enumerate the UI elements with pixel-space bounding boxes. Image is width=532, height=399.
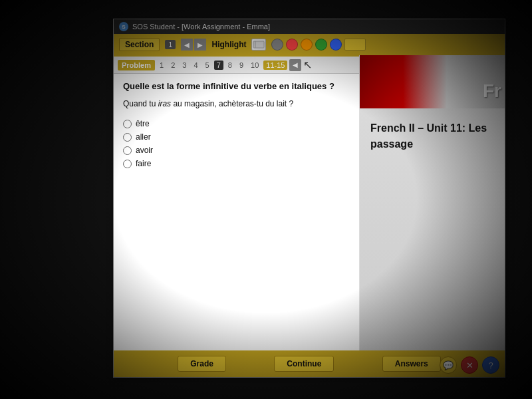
option-aller[interactable]: aller: [123, 132, 350, 142]
color-swatches: [271, 39, 366, 51]
grade-button[interactable]: Grade: [178, 356, 226, 372]
help-button[interactable]: ?: [482, 356, 499, 374]
color-orange[interactable]: [301, 39, 313, 51]
italic-word: iras: [158, 99, 171, 108]
prob-4[interactable]: 4: [191, 61, 200, 70]
question-text: Quelle est la forme infinitive du verbe …: [123, 80, 350, 92]
prob-9[interactable]: 9: [237, 61, 246, 70]
highlight-label: Highlight: [211, 40, 246, 49]
next-arrow[interactable]: ▶: [194, 39, 206, 51]
passage-word: passage: [365, 138, 499, 150]
problem-label: Problem: [118, 60, 155, 70]
radio-aller[interactable]: [123, 133, 132, 142]
option-aller-label: aller: [136, 132, 151, 142]
section-number: 1: [165, 40, 176, 49]
radio-faire[interactable]: [123, 160, 132, 168]
color-red[interactable]: [286, 39, 298, 51]
main-window: S SOS Student - [Work Assignment - Emma]…: [113, 19, 505, 378]
french-image: Fr French II – Unit 11: Les passage: [360, 55, 505, 350]
option-etre-label: être: [136, 119, 150, 128]
problem-nav: Problem 1 2 3 4 5 7 8 9 10 11-15 ◀ ↖: [114, 55, 359, 74]
prob-10[interactable]: 10: [248, 61, 261, 70]
prob-nav-prev[interactable]: ◀: [289, 59, 301, 71]
window-title: SOS Student - [Work Assignment - Emma]: [132, 23, 270, 31]
prob-5[interactable]: 5: [203, 61, 212, 70]
prob-7[interactable]: 7: [214, 61, 223, 70]
question-content: Quelle est la forme infinitive du verbe …: [114, 74, 359, 175]
option-faire[interactable]: faire: [123, 159, 350, 168]
prob-1[interactable]: 1: [157, 61, 166, 70]
answers-button[interactable]: Answers: [382, 356, 441, 372]
section-button[interactable]: Section: [119, 38, 160, 51]
option-faire-label: faire: [136, 159, 151, 168]
left-panel: Problem 1 2 3 4 5 7 8 9 10 11-15 ◀ ↖ Que…: [114, 55, 360, 350]
option-avoir[interactable]: avoir: [123, 146, 350, 155]
title-bar: S SOS Student - [Work Assignment - Emma]: [114, 19, 505, 34]
radio-avoir[interactable]: [123, 146, 132, 155]
option-avoir-label: avoir: [136, 146, 153, 155]
color-green[interactable]: [315, 39, 327, 51]
nav-arrows: ◀ ▶: [181, 39, 206, 51]
prob-8[interactable]: 8: [225, 61, 235, 70]
app-icon: S: [119, 22, 128, 31]
cursor-icon: ↖: [303, 59, 312, 71]
chat-button[interactable]: 💬: [440, 356, 457, 374]
prob-11-15[interactable]: 11-15: [263, 61, 287, 70]
sentence-text: Quand tu iras au magasin, achèteras-tu d…: [123, 98, 350, 110]
right-panel: Fr French II – Unit 11: Les passage: [360, 55, 505, 350]
bottom-bar: Grade Continue Answers 💬 ✕ ?: [114, 350, 505, 377]
color-gray[interactable]: [271, 39, 283, 51]
content-area: Problem 1 2 3 4 5 7 8 9 10 11-15 ◀ ↖ Que…: [114, 55, 505, 350]
chat-icons: 💬 ✕ ?: [440, 356, 499, 374]
prob-3[interactable]: 3: [180, 61, 189, 70]
highlight-eraser[interactable]: [251, 39, 266, 51]
image-text: Fr: [483, 80, 501, 102]
prob-2[interactable]: 2: [168, 61, 178, 70]
options-list: être aller avoir faire: [123, 119, 350, 168]
continue-button[interactable]: Continue: [274, 356, 334, 372]
color-blue[interactable]: [330, 39, 342, 51]
color-yellow-rect[interactable]: [344, 39, 366, 51]
prev-arrow[interactable]: ◀: [181, 39, 193, 51]
image-top: Fr: [360, 55, 505, 108]
close-button[interactable]: ✕: [461, 356, 478, 374]
option-etre[interactable]: être: [123, 119, 350, 128]
svg-rect-0: [253, 41, 264, 48]
french-title: French II – Unit 11: Les: [365, 115, 499, 138]
image-content: French II – Unit 11: Les passage: [360, 108, 505, 157]
radio-etre[interactable]: [123, 120, 132, 128]
toolbar: Section 1 ◀ ▶ Highlight: [114, 34, 505, 55]
